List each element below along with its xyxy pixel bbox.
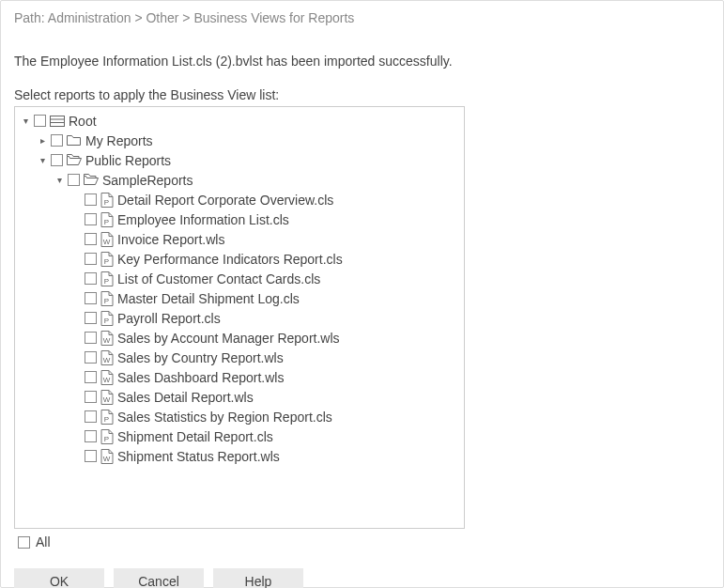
folder-open-icon (67, 154, 82, 166)
node-label: Sales Detail Report.wls (117, 390, 254, 405)
svg-text:P: P (104, 197, 109, 206)
node-checkbox[interactable] (85, 272, 97, 285)
svg-text:P: P (104, 296, 109, 304)
tree-node[interactable]: ▾Public Reports (36, 150, 464, 170)
page-report-icon: P (100, 193, 114, 208)
node-checkbox[interactable] (68, 174, 80, 186)
dialog-panel: Path: Administration > Other > Business … (0, 0, 724, 588)
node-label: Payroll Report.cls (117, 311, 221, 326)
svg-text:P: P (104, 256, 109, 265)
svg-rect-0 (51, 116, 65, 126)
ok-button[interactable]: OK (14, 568, 104, 588)
node-checkbox[interactable] (85, 193, 97, 206)
node-label: SampleReports (102, 173, 193, 188)
node-label: Master Detail Shipment Log.cls (117, 291, 300, 306)
folder-icon (67, 134, 82, 147)
root-icon (50, 116, 65, 127)
page-report-icon: P (100, 429, 114, 444)
page-report-icon: P (100, 271, 114, 286)
collapse-arrow-icon[interactable]: ▾ (54, 176, 64, 185)
node-checkbox[interactable] (85, 253, 97, 265)
svg-text:P: P (104, 316, 109, 324)
node-label: Root (69, 114, 97, 129)
all-label: All (36, 534, 51, 549)
svg-text:P: P (104, 276, 109, 285)
svg-text:P: P (104, 434, 109, 442)
svg-text:W: W (103, 375, 111, 383)
node-label: Invoice Report.wls (117, 232, 224, 247)
collapse-arrow-icon[interactable]: ▾ (21, 116, 30, 126)
node-label: Sales Statistics by Region Report.cls (117, 410, 332, 425)
all-row: All (18, 534, 710, 549)
node-checkbox[interactable] (34, 115, 46, 127)
tree-node[interactable]: PSales Statistics by Region Report.cls (69, 407, 464, 426)
tree-node[interactable]: PMaster Detail Shipment Log.cls (69, 288, 464, 308)
instruction-text: Select reports to apply the Business Vie… (14, 87, 710, 102)
svg-text:W: W (103, 454, 111, 462)
tree-node[interactable]: PEmployee Information List.cls (69, 209, 464, 229)
node-checkbox[interactable] (51, 134, 63, 147)
node-label: Sales by Country Report.wls (117, 350, 284, 365)
svg-text:W: W (103, 335, 111, 344)
node-checkbox[interactable] (85, 213, 97, 225)
all-checkbox[interactable] (18, 536, 30, 549)
tree-node[interactable]: PPayroll Report.cls (69, 308, 464, 328)
cancel-button[interactable]: Cancel (114, 568, 204, 588)
web-report-icon: W (100, 331, 114, 346)
node-label: My Reports (85, 133, 153, 148)
tree-node-root[interactable]: ▾Root (19, 111, 464, 131)
node-checkbox[interactable] (85, 332, 97, 344)
report-tree[interactable]: ▾Root▸My Reports▾Public Reports▾SampleRe… (14, 106, 465, 529)
node-label: Public Reports (85, 153, 171, 168)
node-checkbox[interactable] (85, 391, 97, 403)
tree-node[interactable]: PDetail Report Corporate Overview.cls (69, 190, 464, 209)
svg-text:P: P (104, 217, 109, 225)
node-checkbox[interactable] (85, 233, 97, 245)
web-report-icon: W (100, 390, 114, 405)
node-checkbox[interactable] (51, 154, 63, 166)
tree-node[interactable]: WSales by Account Manager Report.wls (69, 328, 464, 348)
tree-node[interactable]: PList of Customer Contact Cards.cls (69, 269, 464, 288)
tree-node[interactable]: ▸My Reports (36, 131, 464, 150)
status-message: The Employee Information List.cls (2).bv… (14, 54, 710, 69)
tree-node[interactable]: PShipment Detail Report.cls (69, 426, 464, 446)
tree-node[interactable]: WSales Dashboard Report.wls (69, 367, 464, 387)
tree-node[interactable]: PKey Performance Indicators Report.cls (69, 249, 464, 269)
page-report-icon: P (100, 252, 114, 267)
expand-arrow-icon[interactable]: ▸ (38, 136, 47, 146)
tree-node[interactable]: WSales by Country Report.wls (69, 348, 464, 367)
node-checkbox[interactable] (85, 371, 97, 383)
tree-node[interactable]: WSales Detail Report.wls (69, 387, 464, 407)
tree-node[interactable]: WShipment Status Report.wls (69, 446, 464, 466)
web-report-icon: W (100, 350, 114, 365)
node-label: Shipment Status Report.wls (117, 449, 280, 464)
node-label: Employee Information List.cls (117, 212, 289, 227)
web-report-icon: W (100, 232, 114, 247)
svg-text:P: P (104, 414, 109, 423)
node-label: Detail Report Corporate Overview.cls (117, 193, 333, 208)
tree-node[interactable]: ▾SampleReports (53, 170, 464, 190)
node-checkbox[interactable] (85, 410, 97, 423)
collapse-arrow-icon[interactable]: ▾ (38, 156, 47, 165)
help-button[interactable]: Help (213, 568, 303, 588)
page-report-icon: P (100, 311, 114, 326)
tree-node[interactable]: WInvoice Report.wls (69, 229, 464, 249)
svg-text:W: W (103, 355, 111, 364)
node-checkbox[interactable] (85, 351, 97, 364)
svg-text:W: W (103, 395, 111, 403)
node-label: Shipment Detail Report.cls (117, 429, 273, 444)
svg-text:W: W (103, 237, 111, 245)
node-label: Sales Dashboard Report.wls (117, 370, 284, 385)
node-label: List of Customer Contact Cards.cls (117, 271, 320, 286)
node-checkbox[interactable] (85, 430, 97, 442)
page-report-icon: P (100, 212, 114, 227)
node-checkbox[interactable] (85, 312, 97, 324)
breadcrumb: Path: Administration > Other > Business … (14, 8, 710, 31)
node-checkbox[interactable] (85, 450, 97, 462)
button-bar: OK Cancel Help (14, 568, 710, 588)
node-checkbox[interactable] (85, 292, 97, 304)
web-report-icon: W (100, 370, 114, 385)
page-report-icon: P (100, 410, 114, 425)
folder-open-icon (84, 174, 99, 186)
node-label: Key Performance Indicators Report.cls (117, 252, 343, 267)
